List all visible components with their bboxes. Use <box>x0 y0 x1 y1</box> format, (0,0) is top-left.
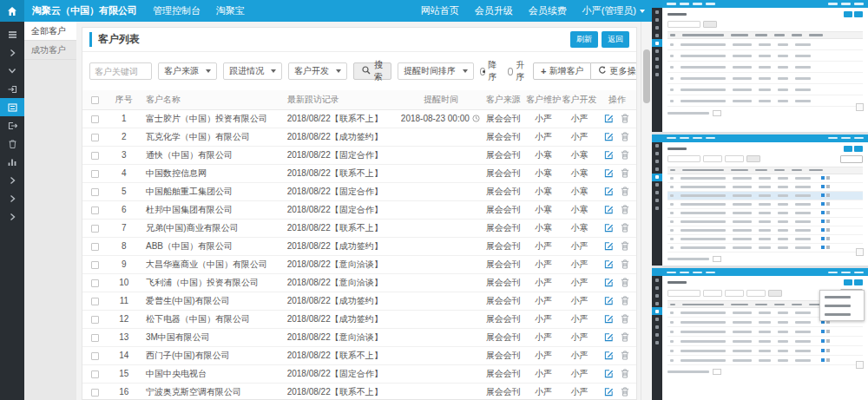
edit-icon[interactable] <box>604 114 614 123</box>
row-checkbox[interactable] <box>91 152 99 160</box>
table-row[interactable]: 7 兄弟(中国)商业有限公司 2018/08/22【联系不上】 展会会刊 小寒 … <box>82 219 636 237</box>
edit-icon[interactable] <box>604 369 614 378</box>
trash-icon[interactable] <box>621 278 629 287</box>
edit-icon[interactable] <box>604 205 614 214</box>
row-checkbox[interactable] <box>91 243 99 251</box>
trash-icon[interactable] <box>621 387 629 397</box>
preview-thumbnail-2[interactable] <box>652 134 868 266</box>
sidebar-item-all-customers[interactable]: 全部客户 <box>24 22 76 41</box>
refresh-button[interactable]: 刷新 <box>570 31 598 48</box>
nav-taojubao[interactable]: 淘聚宝 <box>208 0 253 22</box>
table-row[interactable]: 16 宁波奥克斯空调有限公司 2018/08/22【联系不上】 展会会刊 小严 … <box>82 383 636 400</box>
trash-icon[interactable] <box>621 187 629 196</box>
table-row[interactable]: 6 杜邦中国集团有限公司 2018/08/22【固定合作】 展会会刊 小寒 小寒 <box>82 200 636 219</box>
table-row[interactable]: 5 中国船舶重工集团公司 2018/08/22【固定合作】 展会会刊 小寒 小寒 <box>82 182 636 200</box>
trash-icon[interactable] <box>621 296 629 305</box>
table-row[interactable]: 1 富士胶片（中国）投资有限公司 2018/08/22【联系不上】 2018-0… <box>82 109 636 128</box>
edit-icon[interactable] <box>604 351 614 360</box>
chevron-right-icon[interactable] <box>0 43 24 62</box>
nav-site-home[interactable]: 网站首页 <box>413 0 467 22</box>
table-row[interactable]: 14 西门子(中国)有限公司 2018/08/22【联系不上】 展会会刊 小严 … <box>82 346 636 364</box>
chevron-right-icon[interactable] <box>0 171 24 189</box>
table-row[interactable]: 12 松下电器（中国）有限公司 2018/08/22【成功签约】 展会会刊 小严… <box>82 310 636 328</box>
trash-icon[interactable] <box>621 114 629 123</box>
chevron-down-icon[interactable] <box>0 62 24 80</box>
edit-icon[interactable] <box>604 296 614 305</box>
row-checkbox[interactable] <box>91 261 99 269</box>
row-checkbox[interactable] <box>91 115 99 123</box>
nav-admin-console[interactable]: 管理控制台 <box>145 0 208 22</box>
row-checkbox[interactable] <box>91 334 99 342</box>
row-checkbox[interactable] <box>91 207 99 214</box>
menu-icon[interactable] <box>0 25 24 43</box>
sort-desc-radio[interactable]: 降序 <box>480 59 499 83</box>
row-checkbox[interactable] <box>91 370 99 378</box>
trash-icon[interactable] <box>621 168 629 178</box>
trash-icon[interactable] <box>0 134 24 153</box>
home-icon[interactable] <box>0 0 24 22</box>
trash-icon[interactable] <box>621 314 629 324</box>
trash-icon[interactable] <box>621 150 629 160</box>
customer-source-select[interactable]: 客户来源 <box>158 62 217 80</box>
trash-icon[interactable] <box>621 223 629 233</box>
row-checkbox[interactable] <box>91 389 99 397</box>
edit-icon[interactable] <box>604 314 614 324</box>
company-name[interactable]: 淘聚云（中国）有限公司 <box>24 0 145 22</box>
preview-thumbnail-1[interactable] <box>652 0 868 132</box>
edit-icon[interactable] <box>604 187 614 196</box>
row-checkbox[interactable] <box>91 225 99 233</box>
row-checkbox[interactable] <box>91 298 99 305</box>
row-checkbox[interactable] <box>91 134 99 141</box>
edit-icon[interactable] <box>604 259 614 269</box>
scrollbar-thumb[interactable] <box>643 49 650 103</box>
edit-icon[interactable] <box>604 278 614 287</box>
sort-field-select[interactable]: 提醒时间排序 <box>398 62 474 80</box>
chart-icon[interactable] <box>0 153 24 171</box>
table-row[interactable]: 11 爱普生(中国)有限公司 2018/08/22【成功签约】 展会会刊 小严 … <box>82 292 636 310</box>
row-checkbox[interactable] <box>91 279 99 287</box>
row-checkbox[interactable] <box>91 188 99 196</box>
user-menu[interactable]: 小严(管理员) <box>575 0 652 22</box>
edit-icon[interactable] <box>604 223 614 233</box>
preview-thumbnail-3[interactable] <box>652 268 868 400</box>
table-row[interactable]: 13 3M中国有限公司 2018/08/22【意向洽谈】 展会会刊 小严 小严 <box>82 328 636 346</box>
row-checkbox[interactable] <box>91 170 99 178</box>
select-all-checkbox[interactable] <box>91 96 99 104</box>
table-row[interactable]: 3 通快（中国）有限公司 2018/08/22【固定合作】 展会会刊 小寒 小寒 <box>82 146 636 164</box>
sign-out-icon[interactable] <box>0 116 24 134</box>
list-icon[interactable] <box>0 98 24 116</box>
vertical-scrollbar[interactable] <box>641 22 652 400</box>
add-customer-button[interactable]: +新增客户 <box>533 62 591 80</box>
table-row[interactable]: 2 瓦克化学（中国）有限公司 2018/08/22【成功签约】 展会会刊 小严 … <box>82 128 636 146</box>
sidebar-item-success-customers[interactable]: 成功客户 <box>24 41 76 60</box>
table-row[interactable]: 8 ABB（中国）有限公司 2018/08/22【成功签约】 展会会刊 小严 小… <box>82 237 636 255</box>
table-row[interactable]: 4 中国数控信息网 2018/08/22【联系不上】 展会会刊 小寒 小寒 <box>82 164 636 182</box>
chevron-right-icon[interactable] <box>0 207 24 226</box>
row-checkbox[interactable] <box>91 352 99 360</box>
trash-icon[interactable] <box>621 332 629 342</box>
trash-icon[interactable] <box>621 351 629 360</box>
sign-in-icon[interactable] <box>0 80 24 98</box>
back-button[interactable]: 返回 <box>602 31 629 48</box>
more-actions-button[interactable]: 更多操作 <box>591 62 637 80</box>
trash-icon[interactable] <box>621 205 629 214</box>
nav-member-renew[interactable]: 会员续费 <box>521 0 575 22</box>
edit-icon[interactable] <box>604 387 614 397</box>
edit-icon[interactable] <box>604 132 614 141</box>
trash-icon[interactable] <box>621 259 629 269</box>
table-row[interactable]: 15 中国中央电视台 2018/08/22【固定合作】 展会会刊 小严 小严 <box>82 364 636 383</box>
customer-developer-select[interactable]: 客户开发 <box>288 62 347 80</box>
row-checkbox[interactable] <box>91 316 99 324</box>
edit-icon[interactable] <box>604 241 614 251</box>
followup-status-select[interactable]: 跟进情况 <box>223 62 282 80</box>
trash-icon[interactable] <box>621 241 629 251</box>
trash-icon[interactable] <box>621 369 629 378</box>
sort-asc-radio[interactable]: 升序 <box>508 59 527 83</box>
keyword-input[interactable] <box>89 62 152 80</box>
chevron-right-icon[interactable] <box>0 189 24 207</box>
edit-icon[interactable] <box>604 168 614 178</box>
edit-icon[interactable] <box>604 150 614 160</box>
nav-member-upgrade[interactable]: 会员升级 <box>467 0 521 22</box>
edit-icon[interactable] <box>604 332 614 342</box>
trash-icon[interactable] <box>621 132 629 141</box>
